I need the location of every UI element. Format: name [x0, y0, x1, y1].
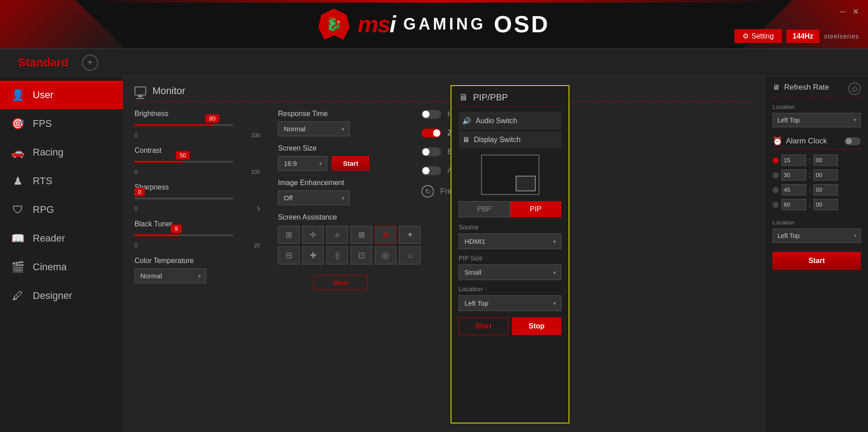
pip-title: PIP/PBP — [473, 92, 508, 103]
alarm-location-select[interactable]: Left Top Right Top Left Bottom Right Bot… — [773, 229, 861, 243]
sidebar-item-reader[interactable]: 📖 Reader — [0, 224, 123, 253]
image-enhancement-label: Image Enhancement — [278, 179, 404, 187]
tab-add-button[interactable]: + — [82, 55, 98, 71]
sidebar-item-fps[interactable]: 🎯 FPS — [0, 109, 123, 138]
alarm-dot-2 — [773, 172, 779, 178]
pbp-tab[interactable]: PBP — [459, 201, 510, 217]
screen-assistance-start-button[interactable]: Start — [314, 275, 368, 290]
crosshair-btn-2[interactable]: ✛ — [302, 226, 324, 244]
alarm-row-1: 15304560 : 00153045 — [773, 155, 861, 166]
sidebar-label-user: User — [33, 89, 53, 101]
alarm-hour-3[interactable]: 45153060 — [781, 184, 806, 195]
titlebar: 🐉 msi GAMING OSD ─ ✕ ⚙ Setting 144Hz ste… — [0, 0, 868, 49]
zero-latency-toggle[interactable] — [421, 129, 441, 138]
screen-size-start-button[interactable]: Start — [332, 156, 369, 171]
crosshair-btn-3[interactable]: ⟡ — [326, 226, 348, 244]
alarm-hour-2[interactable]: 30154560 — [781, 169, 806, 181]
display-switch-label: Display Switch — [474, 136, 521, 144]
alarm-start-button[interactable]: Start — [773, 252, 861, 270]
pip-stop-button[interactable]: Stop — [512, 317, 562, 335]
sharpness-track[interactable]: 0 — [135, 198, 233, 199]
screen-assistance-label: Screen Assistance — [278, 213, 404, 221]
sharpness-range: 0 5 — [135, 206, 260, 212]
brightness-label: Brightness — [135, 110, 260, 118]
brightness-group: Brightness 80 0 100 — [135, 110, 260, 138]
pip-size-select[interactable]: Small Medium Large — [459, 264, 561, 280]
crosshair-btn-4[interactable]: ⊠ — [351, 226, 372, 244]
sidebar-item-rts[interactable]: ♟ RTS — [0, 167, 123, 195]
black-tuner-track[interactable]: 9 — [135, 234, 233, 236]
pip-source-label: Source — [459, 224, 561, 231]
pip-tab[interactable]: PIP — [510, 201, 562, 217]
setting-button[interactable]: ⚙ Setting — [734, 29, 782, 43]
color-temp-select[interactable]: Normal Cool Warm Custom — [135, 268, 206, 283]
sidebar-label-racing: Racing — [33, 147, 63, 158]
audio-switch-item[interactable]: 🔊 Audio Switch — [459, 112, 561, 130]
sidebar-label-designer: Designer — [33, 290, 72, 302]
pip-source-select[interactable]: HDMI1 HDMI2 DisplayPort — [459, 233, 561, 249]
crosshair-btn-10[interactable]: ⊡ — [351, 246, 372, 264]
alarm-min-1[interactable]: 00153045 — [813, 155, 838, 166]
titlebar-red-left — [0, 0, 126, 48]
sidebar-item-cinema[interactable]: 🎬 Cinema — [0, 253, 123, 281]
titlebar-stripe — [90, 0, 778, 3]
crosshair-btn-1[interactable]: ⊞ — [278, 226, 299, 244]
crosshair-btn-7[interactable]: ⊟ — [278, 246, 299, 264]
sidebar-label-rpg: RPG — [33, 204, 54, 216]
brightness-value: 80 — [205, 114, 219, 123]
alarm-toggle[interactable] — [845, 137, 861, 145]
alarm-hour-4[interactable]: 60153045 — [781, 199, 806, 210]
color-temp-group: Color Temperature Normal Cool Warm Custo… — [135, 257, 260, 283]
right-panel: 🖥 Refresh Rate ⏻ Location Left Top Right… — [765, 76, 868, 432]
tab-standard[interactable]: Standard — [9, 49, 78, 76]
minimize-button[interactable]: ─ — [840, 7, 846, 17]
crosshair-btn-5[interactable]: ⊕ — [375, 226, 396, 244]
alarm-hour-1[interactable]: 15304560 — [781, 155, 806, 166]
alarm-min-3[interactable]: 00153045 — [813, 184, 838, 195]
crosshair-btn-11[interactable]: ◎ — [375, 246, 396, 264]
sidebar-item-rpg[interactable]: 🛡 RPG — [0, 195, 123, 224]
brightness-max: 100 — [251, 132, 260, 138]
contrast-max: 100 — [251, 169, 260, 175]
refresh-rate-monitor-icon: 🖥 — [773, 83, 780, 91]
screen-size-group: Screen Size 16:9 4:3 Auto Start — [278, 144, 404, 171]
hdcr-toggle[interactable] — [421, 110, 441, 119]
hz-button[interactable]: 144Hz — [786, 30, 820, 43]
brightness-track[interactable]: 80 — [135, 124, 233, 126]
user-icon: 👤 — [11, 89, 25, 101]
display-switch-item[interactable]: 🖥 Display Switch — [459, 131, 561, 148]
crosshair-btn-9[interactable]: ⟠ — [326, 246, 348, 264]
crosshair-btn-12[interactable]: ⟤ — [399, 246, 421, 264]
pip-location-select[interactable]: Left Top Right Top Left Bottom Right Bot… — [459, 295, 561, 311]
brand-text: msi — [358, 11, 395, 38]
crosshair-btn-6[interactable]: ✦ — [399, 226, 421, 244]
screen-size-select[interactable]: 16:9 4:3 Auto — [278, 156, 327, 171]
black-tuner-range: 0 20 — [135, 242, 260, 249]
contrast-range: 0 100 — [135, 169, 260, 175]
crosshair-btn-8[interactable]: ✚ — [302, 246, 324, 264]
contrast-track[interactable]: 50 — [135, 161, 233, 163]
audio-switch-label: Audio Switch — [476, 117, 517, 125]
alarm-min-4[interactable]: 00153045 — [813, 199, 838, 210]
anti-motion-blur-toggle[interactable] — [421, 166, 441, 175]
pip-header: 🖥 PIP/PBP — [459, 92, 561, 103]
pip-inner-preview — [516, 176, 536, 191]
pip-start-button[interactable]: Start — [459, 317, 508, 335]
image-enhancement-select[interactable]: Off Low Medium High Strongest — [278, 190, 350, 205]
alarm-min-2[interactable]: 00153045 — [813, 169, 838, 181]
eye-saver-toggle[interactable] — [421, 147, 441, 156]
sidebar-item-user[interactable]: 👤 User — [0, 81, 123, 109]
monitor-grid: Brightness 80 0 100 Contrast — [135, 110, 754, 291]
refresh-location-select[interactable]: Left Top Right Top Left Bottom Right Bot… — [773, 113, 861, 127]
audio-switch-icon: 🔊 — [462, 117, 471, 125]
brightness-fill — [135, 124, 213, 126]
sidebar-item-racing[interactable]: 🚗 Racing — [0, 138, 123, 167]
refresh-rate-header: 🖥 Refresh Rate — [773, 83, 829, 92]
refresh-rate-power-icon[interactable]: ⏻ — [848, 82, 861, 95]
refresh-location-label: Location — [773, 104, 861, 110]
close-button[interactable]: ✕ — [852, 7, 859, 17]
refresh-location-wrapper: Left Top Right Top Left Bottom Right Bot… — [773, 113, 861, 127]
response-time-select[interactable]: Normal Fast Fastest — [278, 121, 350, 136]
reader-icon: 📖 — [11, 232, 25, 245]
sidebar-item-designer[interactable]: 🖊 Designer — [0, 281, 123, 310]
